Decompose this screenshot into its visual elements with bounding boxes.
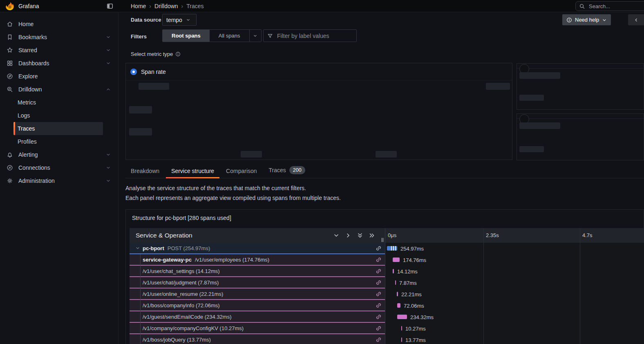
duration-bar xyxy=(397,292,398,296)
row-name-cell[interactable]: /v1/boss/jobQuery (13.77ms) xyxy=(130,334,385,344)
sidebar-item-connections[interactable]: Connections xyxy=(0,161,118,174)
breadcrumb: Home›Drilldown›Traces xyxy=(131,3,204,9)
sidebar-item-dashboards[interactable]: Dashboards xyxy=(0,57,118,70)
chevron-down-icon[interactable] xyxy=(135,246,140,251)
expand-all-icon[interactable] xyxy=(369,232,375,239)
table-row[interactable]: /v1/boss/jobQuery (13.77ms)13.77ms xyxy=(130,334,644,344)
sidebar-item-explore[interactable]: Explore xyxy=(0,70,118,83)
row-name-cell[interactable]: service-gateway-pc/v1/user/employees (17… xyxy=(130,254,385,266)
description-line: Each panel represents an aggregate view … xyxy=(125,193,341,203)
link-icon[interactable] xyxy=(376,257,382,263)
breadcrumb-item[interactable]: Drilldown xyxy=(154,3,178,9)
sidebar-item-administration[interactable]: Administration xyxy=(0,174,118,187)
breadcrumb-item[interactable]: Traces xyxy=(186,3,203,9)
table-row[interactable]: pc-bportPOST (254.97ms)254.97ms xyxy=(130,243,644,254)
collapse-panel-button[interactable] xyxy=(628,14,644,25)
sidebar-item-logs[interactable]: Logs xyxy=(0,109,118,122)
breadcrumb-item[interactable]: Home xyxy=(131,3,146,9)
sidebar-item-home[interactable]: Home xyxy=(0,18,118,31)
column-divider[interactable] xyxy=(385,228,385,344)
row-name-cell[interactable]: /v1/guest/sendEmailCode (234.32ms) xyxy=(130,311,385,323)
column-resize-grip[interactable] xyxy=(382,238,384,242)
brand-title: Grafana xyxy=(18,3,106,9)
span-rate-radio[interactable] xyxy=(130,69,137,75)
all-spans-option[interactable]: All spans xyxy=(210,30,249,42)
row-name-cell[interactable]: /v1/boss/companyInfo (72.06ms) xyxy=(130,300,385,311)
table-row[interactable]: service-gateway-pc/v1/user/employees (17… xyxy=(130,254,644,266)
search-input[interactable] xyxy=(588,3,637,10)
label-filter-field[interactable] xyxy=(263,29,357,42)
loading-skeleton xyxy=(519,146,544,152)
sidebar-item-label: Drilldown xyxy=(18,86,106,93)
root-spans-option[interactable]: Root spans xyxy=(163,30,210,42)
metric-option-panel-loading xyxy=(517,113,644,160)
data-source-select[interactable]: tempo xyxy=(162,14,197,26)
sidebar-item-traces[interactable]: Traces xyxy=(0,122,118,135)
sidebar-item-drilldown[interactable]: Drilldown xyxy=(0,83,118,96)
dock-menu-icon[interactable] xyxy=(106,2,114,10)
row-name-cell[interactable]: /v1/company/companyConfigKV (10.27ms) xyxy=(130,323,385,334)
tab-traces[interactable]: Traces200 xyxy=(264,166,311,178)
link-icon[interactable] xyxy=(376,302,382,308)
tree-controls xyxy=(333,232,375,239)
row-name-cell[interactable]: /v1/user/chat_settings (14.12ms) xyxy=(130,266,385,277)
link-icon[interactable] xyxy=(376,314,382,320)
row-name-cell[interactable]: pc-bportPOST (254.97ms) xyxy=(130,243,385,254)
home-icon xyxy=(7,21,13,27)
row-name-cell[interactable]: /v1/user/chat/judgment (7.87ms) xyxy=(130,277,385,289)
sidebar-header: Grafana xyxy=(0,0,119,12)
sidebar-item-alerting[interactable]: Alerting xyxy=(0,148,118,161)
row-operation: POST (254.97ms) xyxy=(168,245,210,251)
table-row[interactable]: /v1/user/chat_settings (14.12ms)14.12ms xyxy=(130,266,644,277)
info-circle-icon[interactable] xyxy=(175,51,181,57)
sidebar-subitem-label: Profiles xyxy=(0,138,37,145)
row-service-name: service-gateway-pc xyxy=(143,257,192,263)
link-icon[interactable] xyxy=(376,325,382,331)
link-icon[interactable] xyxy=(376,268,382,274)
sidebar-item-profiles[interactable]: Profiles xyxy=(0,135,118,148)
chevron-down-icon xyxy=(106,152,111,157)
structure-panel-title: Structure for pc-bport [280 spans used] xyxy=(132,215,231,221)
duration-bar xyxy=(393,269,394,273)
table-row[interactable]: /v1/guest/sendEmailCode (234.32ms)234.32… xyxy=(130,311,644,323)
table-row[interactable]: /v1/user/online_resume (22.21ms)22.21ms xyxy=(130,289,644,300)
metric-type-label: Select metric type xyxy=(131,51,173,57)
sidebar-item-label: Home xyxy=(18,21,111,27)
chevron-down-icon xyxy=(186,18,190,22)
loading-skeleton xyxy=(376,151,397,158)
sidebar-item-starred[interactable]: Starred xyxy=(0,44,118,57)
global-search[interactable] xyxy=(575,1,644,11)
need-help-button[interactable]: Need help xyxy=(562,14,611,25)
timeline-tick-label: 4.7s xyxy=(582,232,593,238)
sidebar-subitem-label: Traces xyxy=(13,125,35,132)
duration-label: 7.87ms xyxy=(399,280,417,286)
span-scope-dropdown[interactable] xyxy=(249,30,261,42)
row-operation: /v1/user/chat/judgment (7.87ms) xyxy=(143,280,219,286)
loading-skeleton xyxy=(129,106,152,113)
tab-comparison[interactable]: Comparison xyxy=(221,168,262,178)
timeline-tick-label: 0μs xyxy=(388,232,396,238)
duration-bar xyxy=(397,315,407,319)
tab-breakdown[interactable]: Breakdown xyxy=(125,168,165,178)
sidebar-item-bookmarks[interactable]: Bookmarks xyxy=(0,31,118,44)
row-name-cell[interactable]: /v1/user/online_resume (22.21ms) xyxy=(130,289,385,300)
link-icon[interactable] xyxy=(376,291,382,297)
link-icon[interactable] xyxy=(376,245,382,251)
tab-service-structure[interactable]: Service structure xyxy=(166,168,219,178)
duration-label: 14.12ms xyxy=(397,269,418,275)
label-filter-input[interactable] xyxy=(276,32,346,40)
expand-one-icon[interactable] xyxy=(345,232,351,239)
table-row[interactable]: /v1/user/chat/judgment (7.87ms)7.87ms xyxy=(130,277,644,289)
table-row[interactable]: /v1/company/companyConfigKV (10.27ms)10.… xyxy=(130,323,644,334)
table-row[interactable]: /v1/boss/companyInfo (72.06ms)72.06ms xyxy=(130,300,644,311)
loading-skeleton xyxy=(241,151,262,158)
collapse-all-icon[interactable] xyxy=(357,232,363,239)
tab-label: Traces xyxy=(269,167,286,173)
duration-bar xyxy=(387,246,397,251)
sidebar-item-metrics[interactable]: Metrics xyxy=(0,96,118,109)
link-icon[interactable] xyxy=(376,337,382,343)
link-icon[interactable] xyxy=(376,280,382,286)
data-source-value: tempo xyxy=(166,17,182,23)
collapse-one-icon[interactable] xyxy=(333,232,340,239)
chevron-up-icon xyxy=(106,87,111,92)
